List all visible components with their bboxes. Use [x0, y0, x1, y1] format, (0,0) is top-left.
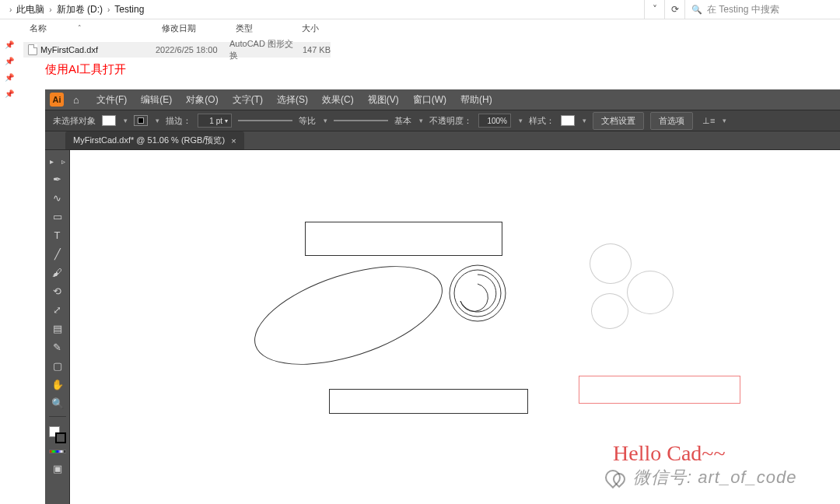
- document-tab-label: MyFirstCad.dxf* @ 51.06 % (RGB/预览): [73, 135, 225, 146]
- shape-rectangle-red[interactable]: [579, 376, 740, 404]
- file-name: MyFirstCad.dxf: [40, 45, 98, 54]
- watermark-text: 微信号: art_of_code: [633, 466, 796, 489]
- eyedropper-tool[interactable]: ✎: [48, 340, 67, 354]
- align-icon[interactable]: ⊥≡: [702, 116, 715, 126]
- breadcrumb-item[interactable]: Testing: [114, 4, 144, 15]
- style-swatch[interactable]: [561, 115, 575, 126]
- selection-tool[interactable]: ▸: [47, 155, 57, 167]
- style-label: 样式：: [529, 115, 555, 127]
- chevron-down-icon: ▾: [419, 117, 423, 124]
- breadcrumb[interactable]: › 此电脑 › 新加卷 (D:) › Testing: [0, 3, 644, 16]
- explorer-columns: 名称˄ 修改日期 类型 大小: [23, 19, 840, 37]
- chevron-down-icon[interactable]: ▾: [156, 117, 159, 124]
- fill-stroke-indicator[interactable]: [49, 426, 66, 443]
- pin-icon: 📌: [5, 73, 14, 82]
- menu-help[interactable]: 帮助(H): [454, 90, 499, 110]
- zoom-tool[interactable]: 🔍: [48, 396, 67, 410]
- opacity-label: 不透明度：: [429, 115, 472, 127]
- scale-tool[interactable]: ⤢: [48, 303, 67, 317]
- color-mode-icon[interactable]: [49, 450, 66, 453]
- explorer-address-bar: › 此电脑 › 新加卷 (D:) › Testing ˅ ⟳ 🔍 在 Testi…: [0, 0, 840, 19]
- menu-edit[interactable]: 编辑(E): [135, 90, 178, 110]
- breadcrumb-item[interactable]: 此电脑: [16, 3, 44, 16]
- breadcrumb-item[interactable]: 新加卷 (D:): [57, 3, 103, 16]
- type-tool[interactable]: T: [48, 228, 67, 242]
- menu-window[interactable]: 窗口(W): [407, 90, 453, 110]
- chevron-down-icon: ▾: [324, 117, 327, 124]
- column-type[interactable]: 类型: [229, 23, 296, 34]
- chevron-right-icon: ›: [107, 5, 110, 14]
- menu-type[interactable]: 文字(T): [226, 90, 269, 110]
- canvas[interactable]: Hello Cad~~ 微信号: art_of_code: [70, 150, 840, 504]
- sort-asc-icon: ˄: [78, 24, 82, 32]
- search-placeholder: 在 Testing 中搜索: [707, 3, 779, 16]
- file-icon: [28, 44, 37, 55]
- file-type: AutoCAD 图形交换: [229, 38, 296, 61]
- search-input[interactable]: 🔍 在 Testing 中搜索: [684, 0, 840, 19]
- rectangle-tool[interactable]: ▭: [48, 209, 67, 223]
- stroke-color-icon[interactable]: [55, 432, 66, 443]
- document-tab[interactable]: MyFirstCad.dxf* @ 51.06 % (RGB/预览) ×: [65, 131, 244, 149]
- shape-circle[interactable]: [590, 243, 632, 284]
- column-name[interactable]: 名称˄: [23, 23, 156, 34]
- shape-circle[interactable]: [627, 271, 674, 314]
- refresh-button[interactable]: ⟳: [664, 0, 684, 19]
- chevron-down-icon[interactable]: ▾: [519, 117, 523, 124]
- rotate-tool[interactable]: ⟲: [48, 284, 67, 298]
- svg-point-0: [450, 265, 506, 321]
- close-icon[interactable]: ×: [231, 136, 236, 145]
- screen-mode-tool[interactable]: ▣: [48, 461, 67, 475]
- document-tab-bar: MyFirstCad.dxf* @ 51.06 % (RGB/预览) ×: [45, 131, 840, 150]
- pin-icon: 📌: [5, 89, 14, 98]
- history-dropdown-button[interactable]: ˅: [644, 0, 664, 19]
- shape-circle[interactable]: [591, 293, 628, 329]
- search-icon: 🔍: [691, 5, 702, 15]
- curvature-tool[interactable]: ∿: [48, 191, 67, 205]
- direct-selection-tool[interactable]: ▹: [58, 155, 68, 167]
- menu-object[interactable]: 对象(O): [180, 90, 224, 110]
- file-size: 147 KB: [296, 45, 331, 54]
- home-icon[interactable]: ⌂: [68, 92, 84, 107]
- shape-spiral[interactable]: [446, 262, 509, 324]
- canvas-text[interactable]: Hello Cad~~: [613, 441, 726, 466]
- line-tool[interactable]: ╱: [48, 247, 67, 261]
- file-row[interactable]: MyFirstCad.dxf 2022/6/25 18:00 AutoCAD 图…: [23, 42, 331, 58]
- doc-setup-button[interactable]: 文档设置: [593, 112, 644, 130]
- chevron-down-icon[interactable]: ▾: [583, 117, 586, 124]
- pin-icon: 📌: [5, 40, 14, 49]
- basic-label[interactable]: 基本: [394, 115, 411, 127]
- stroke-swatch[interactable]: [134, 115, 148, 126]
- column-size[interactable]: 大小: [296, 23, 334, 34]
- opacity-input[interactable]: 100%: [478, 114, 511, 128]
- menu-file[interactable]: 文件(F): [90, 90, 133, 110]
- no-selection-label: 未选择对象: [53, 115, 96, 127]
- chevron-down-icon[interactable]: ▾: [723, 117, 726, 124]
- fill-swatch[interactable]: [102, 115, 116, 126]
- menu-effect[interactable]: 效果(C): [316, 90, 360, 110]
- chevron-down-icon[interactable]: ▾: [124, 117, 128, 124]
- ai-control-bar: 未选择对象 ▾ ▾ 描边： 1 pt▾ 等比▾ 基本▾ 不透明度： 100%▾ …: [45, 110, 840, 131]
- pinned-column: 📌 📌 📌 📌: [5, 40, 14, 98]
- shape-ellipse[interactable]: [243, 247, 454, 385]
- stroke-weight-input[interactable]: 1 pt▾: [198, 114, 232, 128]
- brush-style-dropdown[interactable]: [334, 115, 388, 126]
- menu-select[interactable]: 选择(S): [271, 90, 314, 110]
- wechat-icon: [605, 468, 628, 487]
- workspace: ▸ ▹ ✒ ∿ ▭ T ╱ 🖌 ⟲ ⤢ ▤ ✎ ▢ ✋ 🔍 ▣: [45, 150, 840, 504]
- shape-rectangle[interactable]: [305, 222, 502, 256]
- brush-tool[interactable]: 🖌: [48, 265, 67, 279]
- uniform-label[interactable]: 等比: [299, 115, 316, 127]
- hand-tool[interactable]: ✋: [48, 377, 67, 391]
- stroke-style-dropdown[interactable]: [238, 115, 292, 126]
- prefs-button[interactable]: 首选项: [650, 112, 693, 130]
- gradient-tool[interactable]: ▤: [48, 321, 67, 335]
- artboard-tool[interactable]: ▢: [48, 359, 67, 373]
- svg-point-1: [454, 270, 501, 317]
- pen-tool[interactable]: ✒: [48, 172, 67, 186]
- menu-view[interactable]: 视图(V): [362, 90, 405, 110]
- file-date: 2022/6/25 18:00: [156, 45, 229, 54]
- column-date[interactable]: 修改日期: [156, 23, 229, 34]
- file-name-cell: MyFirstCad.dxf: [23, 44, 156, 55]
- shape-rectangle[interactable]: [329, 389, 528, 414]
- ai-logo-icon: Ai: [50, 93, 64, 107]
